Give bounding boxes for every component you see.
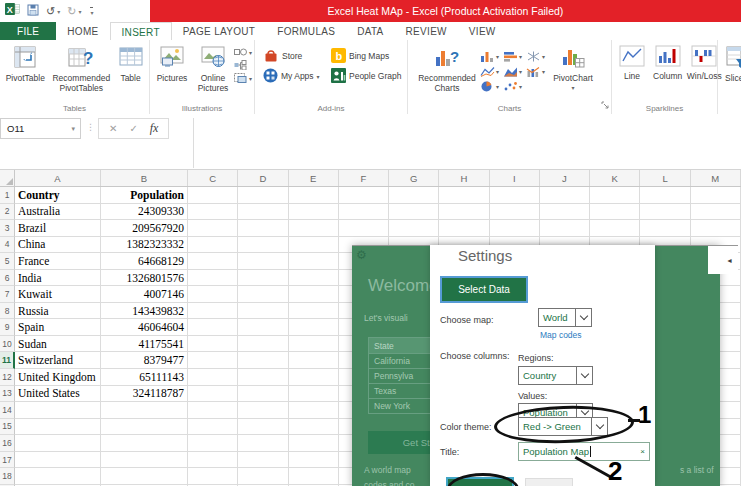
cell-d5[interactable] <box>238 253 288 270</box>
undo-button[interactable]: ↺ <box>46 6 55 17</box>
cell-d12[interactable] <box>238 369 288 386</box>
cell-a7[interactable]: Kuwait <box>15 286 101 303</box>
cell-e12[interactable] <box>289 369 339 386</box>
row-header-18[interactable]: 18 <box>0 468 15 485</box>
cell-e5[interactable] <box>289 253 339 270</box>
save-button[interactable] <box>27 2 39 20</box>
column-header-b[interactable]: B <box>101 170 188 186</box>
gear-icon[interactable]: ⚙ <box>356 249 367 261</box>
redo-button[interactable]: ↻ <box>67 6 76 17</box>
cell-c6[interactable] <box>188 270 238 287</box>
cell-a14[interactable] <box>15 402 101 419</box>
tab-view[interactable]: VIEW <box>458 22 507 40</box>
cell-b1[interactable]: Population <box>101 187 188 204</box>
cell-g1[interactable] <box>389 187 439 204</box>
cell-j1[interactable] <box>540 187 590 204</box>
smartart-button[interactable] <box>234 60 252 70</box>
cell-a10[interactable]: Sudan <box>15 336 101 353</box>
cell-a17[interactable] <box>15 452 101 469</box>
cell-d16[interactable] <box>238 435 288 452</box>
cell-d17[interactable] <box>238 452 288 469</box>
formula-input[interactable] <box>194 118 741 168</box>
insert-function-icon[interactable]: fx <box>150 121 159 136</box>
cell-a1[interactable]: Country <box>15 187 101 204</box>
regions-select[interactable]: Country <box>518 366 593 385</box>
cell-c2[interactable] <box>188 204 238 221</box>
screenshot-button[interactable]: ▾ <box>234 73 252 83</box>
cell-m3[interactable] <box>691 220 741 237</box>
insert-stock-chart-button[interactable]: ▾ <box>526 51 545 62</box>
sparkline-column-button[interactable]: Column <box>651 44 684 83</box>
cell-k2[interactable] <box>590 204 640 221</box>
tab-file[interactable]: FILE <box>0 22 56 40</box>
cell-e18[interactable] <box>289 468 339 485</box>
cell-b10[interactable]: 41175541 <box>101 336 188 353</box>
cell-b3[interactable]: 209567920 <box>101 220 188 237</box>
row-header-12[interactable]: 12 <box>0 369 15 386</box>
cell-a18[interactable] <box>15 468 101 485</box>
cell-i2[interactable] <box>490 204 540 221</box>
cell-c16[interactable] <box>188 435 238 452</box>
online-pictures-button[interactable]: Online Pictures <box>192 44 234 94</box>
cell-a15[interactable] <box>15 419 101 436</box>
cell-a3[interactable]: Brazil <box>15 220 101 237</box>
slicer-button[interactable]: Slicer <box>723 44 741 85</box>
tab-page-layout[interactable]: PAGE LAYOUT <box>172 22 266 40</box>
cell-d8[interactable] <box>238 303 288 320</box>
row-header-14[interactable]: 14 <box>0 402 15 419</box>
title-input[interactable]: Population Map × <box>518 442 650 461</box>
cell-i1[interactable] <box>490 187 540 204</box>
insert-combo-chart-button[interactable]: ▾ <box>526 66 545 77</box>
cell-b8[interactable]: 143439832 <box>101 303 188 320</box>
map-select[interactable]: World <box>538 308 592 327</box>
cell-b4[interactable]: 1382323332 <box>101 237 188 254</box>
cell-a16[interactable] <box>15 435 101 452</box>
column-header-k[interactable]: K <box>590 170 640 186</box>
cell-c15[interactable] <box>188 419 238 436</box>
cell-e6[interactable] <box>289 270 339 287</box>
enter-icon[interactable]: ✓ <box>129 123 137 134</box>
cell-a9[interactable]: Spain <box>15 319 101 336</box>
row-header-5[interactable]: 5 <box>0 253 15 270</box>
cell-b5[interactable]: 64668129 <box>101 253 188 270</box>
cell-e3[interactable] <box>289 220 339 237</box>
cell-i3[interactable] <box>490 220 540 237</box>
redo-dropdown-icon[interactable]: ▾ <box>78 8 81 15</box>
name-box-dropdown-icon[interactable]: ▾ <box>71 125 80 133</box>
tab-home[interactable]: HOME <box>56 22 109 40</box>
people-graph-button[interactable]: People Graph <box>331 68 413 85</box>
cell-d9[interactable] <box>238 319 288 336</box>
map-codes-link[interactable]: Map codes <box>540 330 582 340</box>
insert-bar-chart-button[interactable]: ▾ <box>503 51 522 62</box>
sparkline-winloss-button[interactable]: Win/Loss <box>688 44 720 83</box>
cell-c8[interactable] <box>188 303 238 320</box>
cell-b13[interactable]: 324118787 <box>101 386 188 403</box>
store-button[interactable]: Store <box>263 48 331 65</box>
column-header-l[interactable]: L <box>640 170 690 186</box>
cell-e10[interactable] <box>289 336 339 353</box>
cell-b2[interactable]: 24309330 <box>101 204 188 221</box>
cell-l1[interactable] <box>640 187 690 204</box>
cell-d3[interactable] <box>238 220 288 237</box>
undo-dropdown-icon[interactable]: ▾ <box>57 8 60 15</box>
cancel-map-button[interactable] <box>525 478 573 486</box>
insert-scatter-chart-button[interactable]: ▾ <box>503 81 522 92</box>
cell-a4[interactable]: China <box>15 237 101 254</box>
cell-d10[interactable] <box>238 336 288 353</box>
cell-e11[interactable] <box>289 352 339 369</box>
cell-f1[interactable] <box>339 187 389 204</box>
tab-data[interactable]: DATA <box>346 22 394 40</box>
row-header-2[interactable]: 2 <box>0 204 15 221</box>
cell-e1[interactable] <box>289 187 339 204</box>
cell-j3[interactable] <box>540 220 590 237</box>
pivotchart-dropdown-icon[interactable]: ▾ <box>572 85 575 91</box>
column-header-a[interactable]: A <box>15 170 101 186</box>
cell-k3[interactable] <box>590 220 640 237</box>
insert-column-chart-button[interactable]: ▾ <box>480 51 499 62</box>
row-header-11[interactable]: 11 <box>0 352 15 369</box>
cell-l2[interactable] <box>640 204 690 221</box>
cell-c5[interactable] <box>188 253 238 270</box>
cell-b12[interactable]: 65111143 <box>101 369 188 386</box>
cell-l3[interactable] <box>640 220 690 237</box>
cell-b18[interactable] <box>101 468 188 485</box>
